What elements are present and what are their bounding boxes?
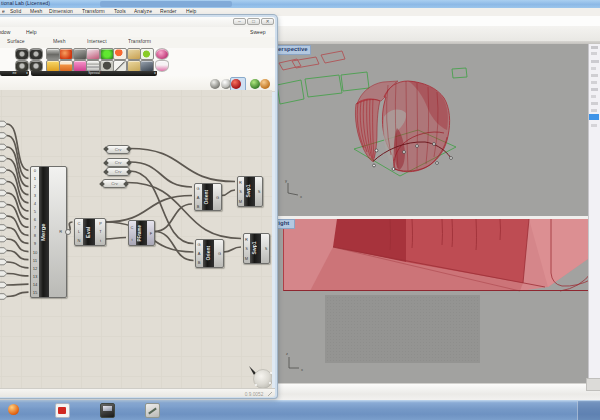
svg-text:y: y: [285, 178, 287, 183]
svg-text:x: x: [300, 194, 302, 199]
svg-text:x: x: [301, 367, 303, 372]
svg-text:z: z: [286, 351, 288, 356]
